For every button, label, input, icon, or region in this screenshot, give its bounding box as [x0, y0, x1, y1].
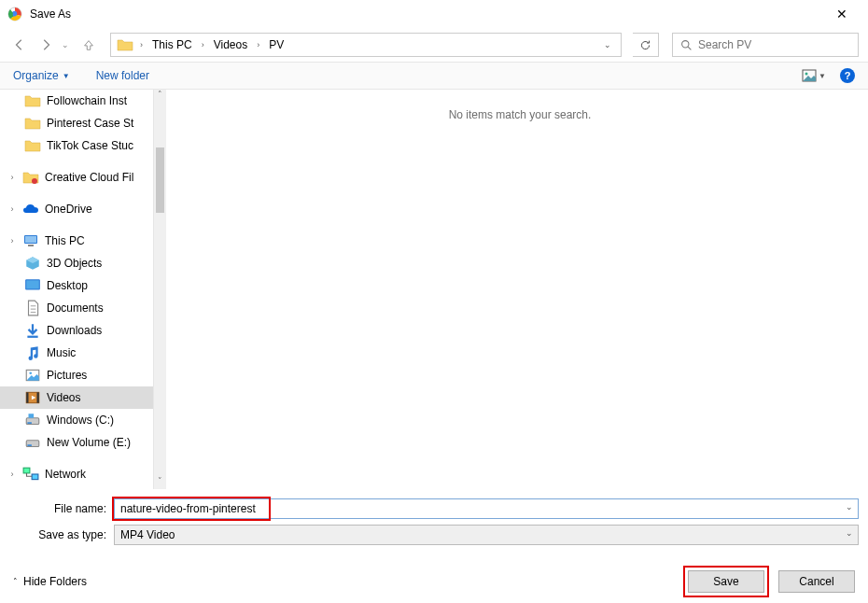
- desktop-icon: [24, 278, 41, 293]
- back-button[interactable]: [9, 35, 30, 55]
- breadcrumb-item[interactable]: This PC: [149, 36, 195, 53]
- tree-label: Music: [47, 346, 76, 359]
- window-title: Save As: [30, 7, 823, 21]
- music-icon: [24, 345, 41, 360]
- creative-cloud-icon: [22, 170, 39, 185]
- tree-spacer: [0, 189, 159, 198]
- filename-input[interactable]: [114, 498, 859, 519]
- hide-folders-button[interactable]: ˄ Hide Folders: [13, 575, 87, 588]
- 3d-objects-icon: [24, 256, 41, 271]
- save-button[interactable]: Save: [688, 570, 764, 593]
- tree-label: Creative Cloud Fil: [45, 171, 133, 184]
- chevron-right-icon: ›: [140, 40, 143, 49]
- tree-item-this-pc[interactable]: › This PC: [0, 230, 159, 252]
- dropdown-icon: ▼: [819, 72, 826, 80]
- tree-item-onedrive[interactable]: › OneDrive: [0, 198, 159, 220]
- close-button[interactable]: ✕: [823, 7, 861, 21]
- cancel-label: Cancel: [799, 575, 833, 588]
- scroll-up-icon[interactable]: ˄: [154, 90, 166, 103]
- tree-label: Pictures: [47, 369, 87, 382]
- address-bar[interactable]: › This PC › Videos › PV ⌄: [110, 33, 622, 57]
- toolbar: Organize ▼ New folder ▼ ?: [0, 62, 868, 90]
- folder-icon: [117, 37, 133, 52]
- tree-label: TikTok Case Stuc: [47, 139, 133, 152]
- folder-icon: [24, 116, 41, 131]
- drive-icon: [24, 413, 41, 428]
- tree-label: Documents: [47, 302, 104, 315]
- hide-folders-label: Hide Folders: [23, 575, 87, 588]
- svg-point-6: [32, 178, 37, 184]
- search-icon: [680, 39, 693, 51]
- chevron-right-icon: ›: [257, 40, 259, 49]
- breadcrumb-item[interactable]: Videos: [211, 36, 250, 53]
- tree-item-music[interactable]: Music: [0, 342, 159, 364]
- tree-label: OneDrive: [45, 203, 92, 216]
- refresh-button[interactable]: [633, 33, 659, 57]
- svg-rect-20: [37, 392, 39, 402]
- this-pc-icon: [22, 233, 39, 248]
- svg-rect-19: [26, 392, 28, 402]
- svg-rect-8: [25, 236, 36, 243]
- tree-item[interactable]: TikTok Case Stuc: [0, 134, 159, 157]
- chevron-right-icon[interactable]: ›: [7, 470, 17, 479]
- chrome-icon: [7, 7, 22, 21]
- chevron-right-icon[interactable]: ›: [7, 204, 17, 214]
- chevron-right-icon[interactable]: ›: [7, 173, 17, 182]
- tree-item-3d-objects[interactable]: 3D Objects: [0, 252, 159, 274]
- footer: ˄ Hide Folders Save Cancel: [0, 562, 868, 601]
- tree-item-drive-e[interactable]: New Volume (E:): [0, 431, 159, 454]
- tree-label: Desktop: [47, 279, 88, 292]
- up-button[interactable]: [78, 35, 99, 55]
- view-mode-button[interactable]: ▼: [797, 66, 831, 85]
- tree-label: Videos: [47, 391, 80, 404]
- save-label: Save: [713, 575, 738, 588]
- tree-scrollbar[interactable]: ˄ ˅: [153, 90, 166, 489]
- type-select[interactable]: MP4 Video: [114, 525, 859, 545]
- tree-label: Windows (C:): [47, 414, 114, 427]
- tree-item[interactable]: Pinterest Case St: [0, 112, 159, 134]
- tree-label: This PC: [45, 234, 85, 247]
- recent-dropdown-icon[interactable]: ⌄: [62, 40, 69, 49]
- chevron-right-icon[interactable]: ›: [7, 236, 17, 245]
- type-label: Save as type:: [9, 528, 114, 541]
- dropdown-icon[interactable]: ⌄: [846, 528, 853, 538]
- organize-label: Organize: [13, 69, 59, 82]
- videos-icon: [24, 390, 41, 405]
- onedrive-icon: [22, 202, 39, 217]
- tree-spacer: [0, 157, 159, 166]
- chevron-right-icon: ›: [202, 40, 204, 49]
- svg-rect-11: [26, 280, 39, 288]
- svg-point-5: [805, 73, 808, 76]
- network-icon: [22, 467, 39, 482]
- tree-item-desktop[interactable]: Desktop: [0, 274, 159, 297]
- folder-icon: [24, 138, 41, 153]
- organize-button[interactable]: Organize ▼: [13, 69, 70, 82]
- main-area: Followchain Inst Pinterest Case St TikTo…: [0, 90, 868, 489]
- scroll-down-icon[interactable]: ˅: [154, 476, 166, 489]
- type-value: MP4 Video: [120, 528, 175, 541]
- tree-item[interactable]: Followchain Inst: [0, 90, 159, 112]
- cancel-button[interactable]: Cancel: [778, 570, 855, 593]
- tree-item-creative-cloud[interactable]: › Creative Cloud Fil: [0, 166, 159, 189]
- documents-icon: [24, 301, 41, 316]
- empty-message: No items match your search.: [449, 108, 592, 121]
- dropdown-icon[interactable]: ⌄: [846, 502, 853, 512]
- highlight-box: Save: [683, 566, 769, 597]
- scroll-thumb[interactable]: [156, 147, 164, 213]
- tree-item-downloads[interactable]: Downloads: [0, 319, 159, 342]
- search-box[interactable]: [672, 33, 859, 57]
- tree-item-documents[interactable]: Documents: [0, 297, 159, 319]
- tree-item-videos[interactable]: Videos: [0, 386, 159, 409]
- new-folder-button[interactable]: New folder: [96, 69, 149, 82]
- forward-button[interactable]: [35, 35, 56, 55]
- svg-rect-22: [27, 422, 32, 424]
- address-dropdown-icon[interactable]: ⌄: [604, 40, 611, 49]
- breadcrumb-item[interactable]: PV: [266, 36, 287, 53]
- tree-item-drive-c[interactable]: Windows (C:): [0, 409, 159, 431]
- search-input[interactable]: [698, 38, 850, 51]
- tree-item-network[interactable]: › Network: [0, 463, 159, 485]
- help-button[interactable]: ?: [840, 68, 855, 83]
- titlebar: Save As ✕: [0, 0, 868, 28]
- tree-item-pictures[interactable]: Pictures: [0, 364, 159, 386]
- tree-label: Downloads: [47, 324, 102, 337]
